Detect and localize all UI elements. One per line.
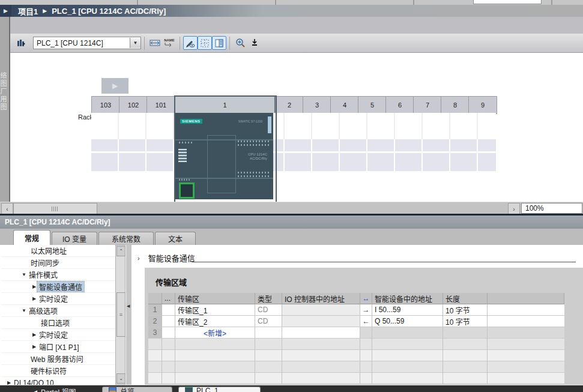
- tree-item-di14-dq10[interactable]: ▶DI 14/DQ 10: [1, 377, 115, 385]
- length-cell[interactable]: 10 字节: [443, 316, 488, 327]
- idevice-address-cell[interactable]: I 50...59: [372, 304, 443, 316]
- transfer-area-cell[interactable]: 传输区_1: [175, 304, 255, 316]
- slot-header-6[interactable]: 6: [385, 96, 414, 114]
- length-cell[interactable]: 10 字节: [443, 304, 488, 316]
- breadcrumb-device[interactable]: PLC_1 [CPU 1214C AC/DC/Rly]: [52, 7, 166, 16]
- terminal-dots: [238, 144, 269, 146]
- transfer-areas-heading: 传输区域: [156, 276, 187, 288]
- left-edge-panel[interactable]: 络图厂用图: [0, 17, 10, 202]
- ethernet-port[interactable]: [179, 182, 195, 199]
- portal-arrow-icon: ◀: [33, 389, 37, 392]
- row-options-cell[interactable]: [162, 327, 175, 339]
- tree-item-idevice-communication[interactable]: ▶智能设备通信: [1, 281, 115, 293]
- grid-snap-icon[interactable]: [198, 36, 212, 50]
- tab-texts[interactable]: 文本: [155, 232, 196, 245]
- io-controller-address-cell[interactable]: [282, 316, 360, 327]
- tree-item-operating-mode[interactable]: ▼操作模式: [1, 269, 115, 281]
- expander-icon[interactable]: ▼: [21, 272, 27, 277]
- taskbar-tab-plc1[interactable]: PLC_1: [178, 387, 261, 392]
- tree-item-port-x1p1[interactable]: ▶端口 [X1 P1]: [1, 341, 115, 353]
- tree-item-time-sync[interactable]: 时间同步: [1, 257, 115, 269]
- device-select-dropdown[interactable]: PLC_1 [CPU 1214C] ▼: [33, 37, 141, 49]
- scroll-left-button[interactable]: ‹: [1, 203, 13, 215]
- rack-stripe: [91, 139, 496, 151]
- row-number: 2: [148, 316, 162, 327]
- slot-header-8[interactable]: 8: [441, 96, 470, 114]
- splitter-collapse-icon[interactable]: ◀: [127, 304, 130, 309]
- tree-item-realtime-settings[interactable]: ▶实时设定: [1, 293, 115, 305]
- direction-cell[interactable]: →: [360, 304, 372, 316]
- tab-system-constants[interactable]: 系统常数: [98, 232, 154, 245]
- expander-icon[interactable]: ▼: [21, 308, 27, 313]
- slot-header-103[interactable]: 103: [91, 96, 120, 114]
- tree-item-realtime-settings-2[interactable]: ▶实时设定: [1, 329, 115, 341]
- zoom-level-input[interactable]: 100%: [521, 203, 582, 214]
- show-addresses-icon[interactable]: [183, 36, 198, 50]
- scroll-right-button[interactable]: ›: [508, 203, 520, 215]
- taskbar-tab-overview[interactable]: 总览: [102, 387, 172, 392]
- tree-item-advanced-options[interactable]: ▼高级选项: [1, 305, 115, 317]
- tree-item-hardware-identifier[interactable]: 硬件标识符: [1, 365, 115, 377]
- table-row-add-new: 3 <新增>: [148, 327, 564, 339]
- idevice-communication-section: › 智能设备通信 传输区域 ... 传输区 类型 IO 控制器中的地址 ↔ 智能…: [131, 245, 583, 385]
- tree-scroll-down-button[interactable]: ⌄: [116, 373, 125, 384]
- device-view-toolbar: PLC_1 [CPU 1214C] ▼ NAME: [10, 34, 583, 53]
- idevice-address-cell[interactable]: Q 50...59: [372, 316, 443, 327]
- tab-general[interactable]: 常规: [13, 230, 50, 245]
- cpu-module[interactable]: SIEMENS SIMATIC S7-1200 CPU 1214C AC/DC/…: [175, 113, 273, 199]
- section-chevron-icon[interactable]: ›: [137, 255, 140, 262]
- expander-icon[interactable]: ▶: [31, 296, 37, 301]
- expander-icon[interactable]: ▶: [31, 332, 37, 337]
- hscroll-thumb[interactable]: [13, 203, 97, 215]
- breadcrumb-project[interactable]: 项目1: [18, 5, 38, 17]
- measure-width-icon[interactable]: [148, 36, 162, 50]
- tab-io-tags[interactable]: IO 变量: [52, 232, 97, 245]
- portal-view-button[interactable]: ◀ Portal 视图: [33, 387, 76, 392]
- zoom-in-icon[interactable]: [233, 36, 247, 50]
- dropdown-arrow-icon[interactable]: ▼: [130, 38, 140, 48]
- tree-item-interface-options[interactable]: 接口选项: [1, 317, 115, 329]
- slot-header-4[interactable]: 4: [330, 96, 359, 114]
- tree-item-web-server-access[interactable]: Web 服务器访问: [1, 353, 115, 365]
- type-cell[interactable]: CD: [255, 304, 282, 316]
- rename-io-icon[interactable]: NAME: [162, 36, 177, 50]
- slot-header-101[interactable]: 101: [147, 96, 175, 114]
- type-cell[interactable]: CD: [255, 316, 282, 327]
- row-options-cell[interactable]: [162, 304, 175, 316]
- slot-header-5[interactable]: 5: [358, 96, 387, 114]
- transfer-areas-table: ... 传输区 类型 IO 控制器中的地址 ↔ 智能设备中的地址 长度 1 传输…: [148, 293, 564, 384]
- bottom-taskbar: ◀ Portal 视图 总览 PLC_1: [0, 385, 583, 392]
- slot-header-9[interactable]: 9: [468, 96, 497, 114]
- module-outline: [207, 135, 236, 193]
- breadcrumb: ▶ 项目1 ▶ PLC_1 [CPU 1214C AC/DC/Rly]: [0, 5, 583, 17]
- row-options-cell[interactable]: [162, 316, 175, 327]
- split-columns-icon[interactable]: [212, 36, 226, 50]
- tree-item-ethernet-address[interactable]: 以太网地址: [1, 245, 115, 257]
- io-controller-address-cell[interactable]: [282, 304, 360, 316]
- slot-header-2[interactable]: 2: [275, 96, 304, 114]
- slot-header-7[interactable]: 7: [413, 96, 442, 114]
- properties-content: 以太网地址 时间同步 ▼操作模式 ▶智能设备通信 ▶实时设定 ▼高级选项 接口选…: [0, 245, 583, 385]
- module-clip: [268, 116, 271, 133]
- slot-header-102[interactable]: 102: [119, 96, 148, 114]
- rack-stripe: [91, 153, 496, 171]
- col-header-type: 类型: [255, 293, 282, 304]
- expander-icon[interactable]: ▶: [31, 344, 37, 349]
- col-header-io-controller-address: IO 控制器中的地址: [282, 293, 360, 304]
- tree-scroll-up-button[interactable]: ⌃: [116, 246, 125, 256]
- save-layout-icon[interactable]: [247, 36, 262, 50]
- device-station-icon[interactable]: [14, 36, 28, 50]
- transfer-area-cell[interactable]: 传输区_2: [175, 316, 255, 327]
- tree-content-splitter[interactable]: ◀: [126, 245, 131, 385]
- tree-scrollbar[interactable]: ⌃ ≡ ⌄: [115, 245, 125, 385]
- rename-icon-label: NAME: [164, 39, 175, 42]
- direction-cell[interactable]: ←: [360, 316, 372, 327]
- add-new-transfer-area[interactable]: <新增>: [175, 327, 255, 339]
- expander-icon[interactable]: ▶: [31, 284, 37, 289]
- rack-expand-button[interactable]: ▶: [101, 78, 128, 94]
- expander-icon[interactable]: ▶: [6, 380, 12, 385]
- project-tree-collapse-button[interactable]: ▶: [0, 5, 11, 17]
- slot-header-3[interactable]: 3: [303, 96, 331, 114]
- empty-table-row: [148, 339, 564, 350]
- tree-scroll-thumb[interactable]: ≡: [116, 292, 125, 337]
